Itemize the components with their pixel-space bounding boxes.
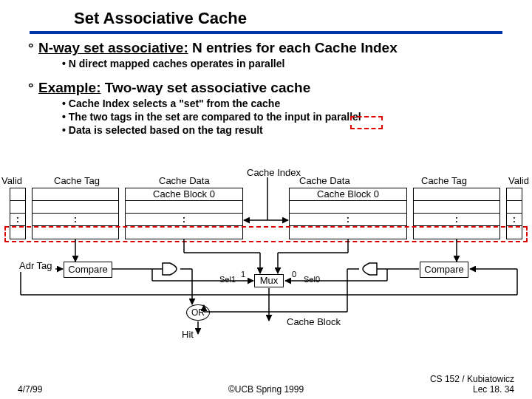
bullet-2-underline: Example: (38, 80, 100, 95)
label-cachedata-left: Cache Data (159, 175, 210, 186)
label-valid-left: Valid (1, 175, 22, 186)
dashed-set-indicator (350, 116, 383, 129)
label-cachedata-right: Cache Data (299, 175, 350, 186)
bullet-2-sub-1: • Cache Index selects a "set" from the c… (62, 98, 510, 109)
compare-right: Compare (420, 262, 468, 278)
data-left-dots: : (126, 214, 242, 226)
label-one: 1 (241, 270, 245, 279)
label-cacheblock-out: Cache Block (287, 316, 341, 327)
bullet-2-sub-3: • Data is selected based on the tag resu… (62, 124, 510, 136)
data-left-row0: Cache Block 0 (126, 188, 242, 201)
label-cacheindex: Cache Index (247, 167, 301, 178)
dashed-set-row (4, 226, 528, 242)
label-hit: Hit (182, 329, 194, 340)
label-cachetag-right: Cache Tag (421, 175, 467, 186)
compare-left: Compare (64, 262, 112, 278)
label-valid-right: Valid (508, 175, 529, 186)
or-gate: OR (186, 304, 210, 321)
cache-diagram: Valid Cache Tag Cache Data Cache Index C… (0, 171, 532, 367)
label-sel0: Sel0 (304, 275, 320, 284)
mux: Mux (254, 274, 284, 287)
footer-right: CS 152 / KubiatowiczLec 18. 34 (430, 374, 514, 395)
label-sel1: Sel1 (219, 275, 236, 284)
bullet-1-tail: N entries for each Cache Index (188, 40, 398, 55)
label-adrtag: Adr Tag (19, 260, 52, 271)
bullet-1-sub-1: • N direct mapped caches operates in par… (62, 58, 510, 69)
bullet-2-tail: Two-way set associative cache (100, 80, 310, 95)
bullet-1: °N-way set associative: N entries for ea… (28, 40, 510, 56)
page-title: Set Associative Cache (74, 9, 502, 28)
data-right-row0: Cache Block 0 (290, 188, 406, 201)
bullet-2-sub-2: • The two tags in the set are compared t… (62, 111, 510, 123)
valid-left-dots: : (10, 214, 25, 226)
content-body: °N-way set associative: N entries for ea… (0, 40, 532, 136)
tag-left-dots: : (33, 214, 118, 226)
bullet-1-underline: N-way set associative: (38, 40, 188, 55)
valid-right-dots: : (507, 214, 522, 226)
data-right-dots: : (290, 214, 406, 226)
bullet-2: °Example: Two-way set associative cache (28, 80, 510, 96)
label-cachetag-left: Cache Tag (54, 175, 100, 186)
tag-right-dots: : (414, 214, 499, 226)
label-zero: 0 (292, 270, 296, 279)
